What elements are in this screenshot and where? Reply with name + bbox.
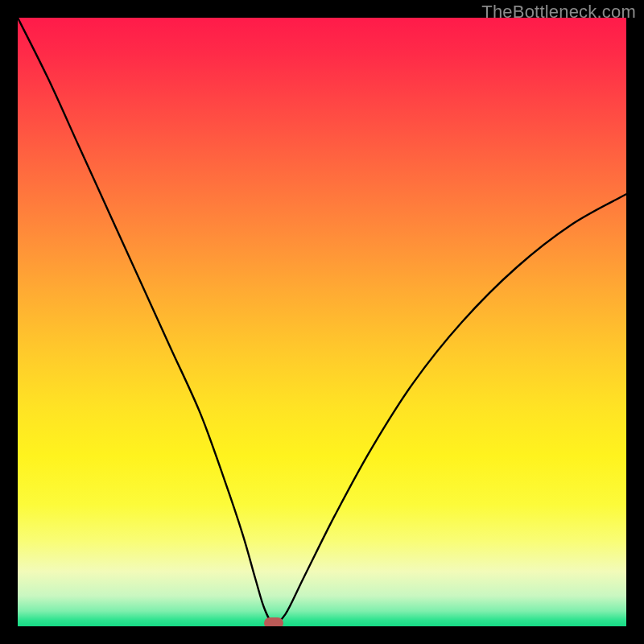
plot-area bbox=[18, 18, 626, 626]
bottleneck-curve bbox=[18, 18, 626, 626]
curve-path bbox=[18, 18, 626, 623]
chart-frame: TheBottleneck.com bbox=[0, 0, 644, 644]
optimum-marker bbox=[264, 617, 283, 626]
watermark-text: TheBottleneck.com bbox=[481, 2, 636, 23]
